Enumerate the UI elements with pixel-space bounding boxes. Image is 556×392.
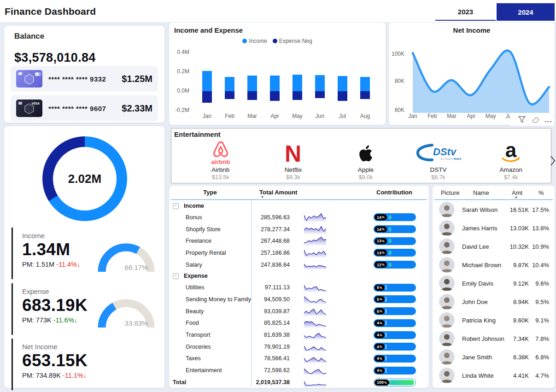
expense-bar[interactable] (202, 91, 212, 103)
bar-group[interactable] (263, 49, 286, 114)
ellipsis-icon[interactable] (544, 115, 552, 125)
expense-bar[interactable] (225, 91, 234, 99)
income-bar[interactable] (338, 76, 347, 91)
column-header-contribution[interactable]: Contribution (367, 189, 422, 196)
column-header-name[interactable]: Name (473, 189, 489, 196)
contribution-bar[interactable]: 4% (374, 343, 416, 351)
entertainment-item[interactable]: aAmazon$7.4k (474, 138, 547, 182)
credit-card-row[interactable]: **** **** **** 9332 $1.25M (11, 66, 158, 92)
tab-year-2024[interactable]: 2024 (497, 3, 555, 21)
income-expense-donut-chart[interactable]: 2.02M (42, 136, 127, 221)
entertainment-item[interactable]: DStvso much moreDSTV$8.7k (402, 138, 475, 182)
collapse-icon[interactable]: − (173, 273, 179, 279)
bar-chart-plot[interactable] (196, 49, 380, 114)
person-amount: 9.12K (506, 280, 529, 287)
expense-bar[interactable] (247, 91, 257, 100)
expense-gauge-chart[interactable]: 33.83% (96, 297, 157, 331)
contribution-bar[interactable]: 12% (374, 261, 416, 269)
people-table-row[interactable]: David Lee10.32K10.9% (433, 237, 555, 256)
contribution-bar[interactable]: 5% (374, 295, 416, 303)
income-bar[interactable] (360, 77, 370, 92)
column-header-percent[interactable]: % (538, 189, 544, 196)
contribution-bar[interactable]: 4% (374, 367, 416, 374)
expense-bar[interactable] (360, 91, 370, 99)
contribution-bar[interactable]: 13% (374, 237, 416, 245)
finance-table-row[interactable]: Freelance267,448.6813% (169, 235, 429, 247)
avatar-photo (439, 275, 455, 291)
finance-table-row[interactable]: Shopify Store278,277.3414% (169, 223, 429, 235)
finance-table-row[interactable]: Sending Money to Family94,509.505% (169, 293, 429, 305)
finance-table-row[interactable]: Utilities97,111.135% (169, 281, 429, 293)
entertainment-item[interactable]: NNetflix$9.3k (257, 138, 330, 182)
contribution-bar[interactable]: 5% (374, 307, 416, 315)
finance-table-row[interactable]: Beauty93,039.875% (169, 305, 429, 317)
finance-table-row[interactable]: Food85,825.144% (169, 317, 429, 329)
income-bar[interactable] (315, 75, 325, 91)
contribution-bar[interactable]: 5% (374, 284, 416, 292)
chevron-right-icon[interactable] (550, 155, 556, 167)
sort-desc-icon[interactable]: ▼ (261, 195, 264, 199)
people-table-row[interactable]: Linda White4.41K4.7% (433, 366, 555, 385)
income-bar[interactable] (247, 76, 257, 91)
column-header-amt[interactable]: Amt (512, 189, 522, 196)
income-bar[interactable] (202, 71, 212, 91)
expense-bar[interactable] (338, 91, 347, 101)
expense-bar[interactable] (315, 91, 325, 98)
bar-group[interactable] (331, 49, 354, 114)
sort-desc-icon[interactable]: ▼ (515, 196, 518, 199)
people-table-row[interactable]: Jane Smith6.38K6.8% (433, 348, 555, 366)
column-header-total-amount[interactable]: Total Amount (259, 189, 297, 196)
people-table-row[interactable]: Robert Johnson7.34K7.8% (433, 329, 555, 348)
bar-group[interactable] (196, 49, 218, 114)
people-table-row[interactable]: James Harris13.03K13.8% (433, 219, 555, 237)
net-income-area-chart[interactable] (407, 47, 555, 116)
row-amount: 267,448.68 (251, 238, 290, 244)
people-table-row[interactable]: Sarah Wilson16.51K17.5% (433, 200, 555, 219)
finance-table-row[interactable]: Bonus285,596.6314% (169, 211, 429, 223)
contribution-bar[interactable]: 13% (374, 249, 416, 257)
funnel-icon[interactable] (517, 115, 527, 125)
tab-year-2023[interactable]: 2023 (435, 3, 496, 21)
finance-table-total-row[interactable]: Total2,019,537.38100% (169, 376, 429, 389)
x-axis-label: Feb (218, 113, 241, 119)
contribution-bar[interactable]: 100% (374, 379, 416, 386)
bar-group[interactable] (218, 49, 241, 114)
people-table-row[interactable]: Michael Brown9.87K10.4% (433, 256, 555, 274)
contribution-bar[interactable]: 14% (374, 225, 416, 233)
people-table-row[interactable]: Emily Davis9.12K9.6% (433, 274, 555, 293)
legend-item[interactable]: Expense Neg (273, 38, 312, 44)
contribution-bar[interactable]: 14% (374, 213, 416, 221)
column-header-picture[interactable]: Picture (441, 189, 459, 196)
finance-table-row[interactable]: Transport81,639.384% (169, 329, 429, 341)
finance-table-row[interactable]: Taxes78,566.414% (169, 353, 429, 365)
area-chart-plot[interactable] (407, 47, 555, 116)
column-header-type[interactable]: Type (169, 189, 251, 196)
collapse-icon[interactable]: − (173, 203, 179, 209)
expense-bar[interactable] (293, 91, 302, 100)
entertainment-item[interactable]: Apple$9.0k (329, 138, 402, 182)
people-table-row[interactable]: John Doe8.94K9.5% (433, 293, 555, 311)
contribution-bar[interactable]: 4% (374, 331, 416, 339)
legend-item[interactable]: Income (242, 38, 267, 44)
finance-table-row[interactable]: Entertainment72,598.624% (169, 364, 429, 376)
contribution-bar[interactable]: 4% (374, 319, 416, 327)
contribution-bar[interactable]: 4% (374, 355, 416, 363)
finance-table-row[interactable]: Property Rental257,186.8613% (169, 247, 429, 259)
entertainment-item[interactable]: airbnbAirbnb$13.5k (184, 138, 257, 182)
bar-group[interactable] (309, 49, 331, 114)
finance-table-row[interactable]: Salary247,836.6412% (169, 259, 429, 271)
bar-group[interactable] (354, 49, 376, 114)
people-table-row[interactable]: Patricia King8.60K9.1% (433, 311, 555, 329)
finance-table-group-row[interactable]: −Income (169, 200, 429, 211)
income-bar[interactable] (225, 77, 234, 92)
finance-table-row[interactable]: Groceries79,901.194% (169, 341, 429, 353)
finance-table-group-row[interactable]: −Expense (169, 270, 429, 281)
eraser-icon[interactable] (531, 115, 540, 125)
bar-group[interactable] (286, 49, 309, 114)
income-bar[interactable] (293, 75, 302, 91)
credit-card-row[interactable]: VISA **** **** **** 9607 $2.33M (11, 95, 158, 121)
bar-group[interactable] (241, 49, 263, 114)
income-bar[interactable] (270, 76, 280, 91)
expense-bar[interactable] (270, 91, 280, 101)
income-gauge-chart[interactable]: 66.17% (96, 241, 157, 275)
